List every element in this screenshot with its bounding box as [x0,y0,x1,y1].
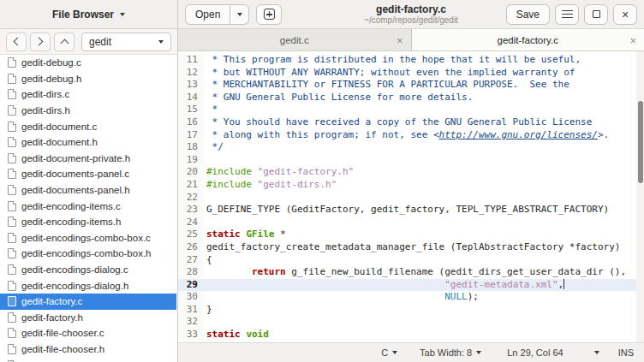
up-button[interactable] [54,33,75,51]
document-icon [8,248,16,258]
code-text: * but WITHOUT ANY WARRANTY; without even… [204,67,644,80]
back-button[interactable] [6,33,27,51]
tab-width-selector[interactable]: Tab Width: 8 [420,347,481,358]
code-area[interactable]: 11 * This program is distributed in the … [178,51,644,342]
window-subtitle: ~/comp/repos/gedit/gedit [364,15,458,26]
file-list-item[interactable]: gedit-documents-panel.c [0,166,176,182]
code-line[interactable]: 33static void [178,329,644,341]
document-icon [8,233,16,243]
line-number: 14 [178,92,204,104]
code-text: * [204,104,644,116]
cursor-position-label: Ln 29, Col 64 [507,347,563,358]
code-line[interactable]: 13 * MERCHANTABILITY or FITNESS FOR A PA… [178,79,644,92]
code-line[interactable]: 17 * along with this program; if not, se… [178,129,644,142]
file-list-item[interactable]: gedit-file-chooser.c [0,325,176,341]
chevron-down-icon [158,40,164,44]
code-line[interactable]: 18 */ [178,141,644,154]
file-list-item[interactable]: gedit-document.c [0,118,176,134]
save-button[interactable]: Save [506,4,550,25]
line-number: 15 [178,104,204,116]
code-text: NULL); [204,291,644,304]
maximize-button[interactable] [584,4,608,25]
location-dropdown[interactable]: gedit [81,33,171,51]
code-line[interactable]: 20#include "gedit-factory.h" [178,166,644,179]
code-text: * GNU General Public License for more de… [204,92,644,104]
file-list-item[interactable]: gedit-encodings-combo-box.c [0,230,176,246]
tab-close-icon[interactable]: × [397,34,403,45]
code-line[interactable]: 32 [178,316,644,329]
code-text: * This program is distributed in the hop… [204,54,644,67]
code-line[interactable]: 29 "gedit-metadata.xml", [178,279,644,292]
file-name: gedit-debug.h [21,74,81,84]
tab-gedit-factory-c[interactable]: gedit-factory.c × [412,29,644,50]
file-name: gedit-document-private.h [21,153,130,163]
file-list-item[interactable]: gedit-document-private.h [0,151,176,167]
tab-label: gedit.c [280,35,309,45]
code-line[interactable]: 28 return g_file_new_build_filename (ged… [178,266,644,279]
code-text: #include "gedit-factory.h" [204,166,644,179]
code-line[interactable]: 12 * but WITHOUT ANY WARRANTY; without e… [178,67,644,80]
tab-close-icon[interactable]: × [629,34,636,45]
code-line[interactable]: 31} [178,304,644,317]
code-line[interactable]: 25static GFile * [178,228,644,241]
line-number: 26 [178,241,204,254]
file-list-item[interactable]: gedit-encoding-items.c [0,198,176,214]
code-line[interactable]: 16 * You should have received a copy of … [178,116,644,129]
code-text: static GFile * [204,228,644,241]
close-button[interactable]: × [613,4,637,25]
file-list-item[interactable]: gedit-document.h [0,134,176,151]
panel-switcher-button[interactable]: File Browser [0,0,177,29]
line-number: 31 [178,304,204,317]
tab-width-label: Tab Width: 8 [420,347,472,358]
code-line[interactable]: 21#include "gedit-dirs.h" [178,179,644,192]
file-list-item[interactable]: gedit-file-chooser-dialog.c [0,357,176,362]
code-line[interactable]: 19 [178,154,644,167]
file-list-item[interactable]: gedit-factory.c [0,294,176,310]
open-dropdown-button[interactable] [230,4,249,25]
code-line[interactable]: 26gedit_factory_create_metadata_manager_… [178,241,644,254]
file-list-item[interactable]: gedit-documents-panel.h [0,182,176,199]
statusbar-dropdown[interactable] [594,351,599,354]
code-line[interactable]: 22 [178,192,644,205]
code-line[interactable]: 15 * [178,104,644,116]
file-list-item[interactable]: gedit-encodings-dialog.h [0,277,176,294]
open-button[interactable]: Open [185,4,230,25]
code-line[interactable]: 27{ [178,254,644,267]
scrollbar-thumb[interactable] [638,101,643,183]
code-line[interactable]: 24 [178,217,644,229]
language-selector[interactable]: C [381,347,397,358]
file-name: gedit-dirs.h [21,105,70,116]
file-list-item[interactable]: gedit-encodings-dialog.c [0,262,176,278]
document-icon [8,312,16,323]
code-line[interactable]: 11 * This program is distributed in the … [178,54,644,67]
code-line[interactable]: 23G_DEFINE_TYPE (GeditFactory, gedit_fac… [178,204,644,217]
document-icon [8,122,16,132]
line-number: 24 [178,217,204,229]
file-list-item[interactable]: gedit-encodings-combo-box.h [0,246,176,262]
gedit-window: File Browser gedit gedit-debug.cgedit-de… [0,0,644,362]
file-list: gedit-debug.cgedit-debug.hgedit-dirs.cge… [0,55,176,362]
file-list-item[interactable]: gedit-file-chooser.h [0,341,176,358]
chevron-left-icon [14,38,22,46]
cursor-position[interactable]: Ln 29, Col 64 [507,347,563,358]
file-list-item[interactable]: gedit-dirs.c [0,86,176,103]
file-list-item[interactable]: gedit-debug.c [0,55,176,71]
new-tab-button[interactable] [256,4,282,25]
line-number: 32 [178,316,204,329]
code-text: return g_file_new_build_filename (gedit_… [204,266,644,279]
file-list-item[interactable]: gedit-debug.h [0,71,176,87]
tab-gedit-c[interactable]: gedit.c × [178,29,412,50]
file-list-item[interactable]: gedit-factory.h [0,310,176,326]
forward-button[interactable] [30,33,51,51]
language-label: C [381,347,388,358]
code-line[interactable]: 30 NULL); [178,291,644,304]
file-list-item[interactable]: gedit-dirs.h [0,103,176,119]
file-list-item[interactable]: gedit-encoding-items.h [0,214,176,230]
document-icon [8,281,16,291]
code-text [204,192,644,205]
menu-button[interactable] [555,4,579,25]
vertical-scrollbar[interactable] [636,51,644,342]
file-name: gedit-encoding-items.c [21,201,121,211]
file-name: gedit-dirs.c [21,89,69,99]
code-line[interactable]: 14 * GNU General Public License for more… [178,92,644,104]
